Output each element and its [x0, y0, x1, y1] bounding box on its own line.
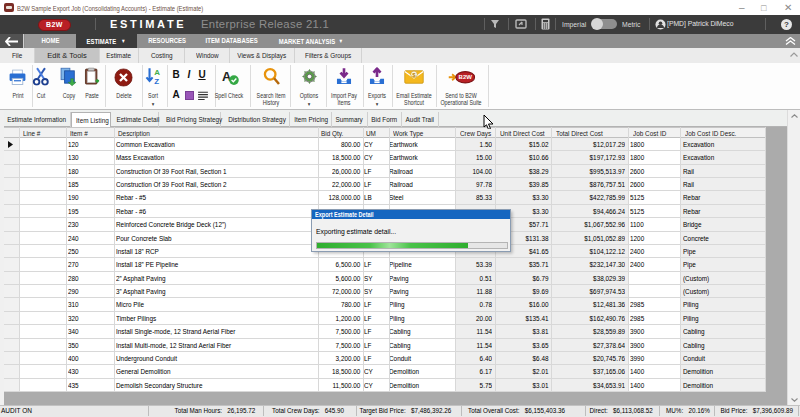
svg-text:B2W: B2W — [459, 75, 473, 81]
svg-text:A: A — [154, 68, 160, 77]
svg-text:?: ? — [784, 20, 789, 29]
svg-text:Z: Z — [154, 77, 159, 86]
